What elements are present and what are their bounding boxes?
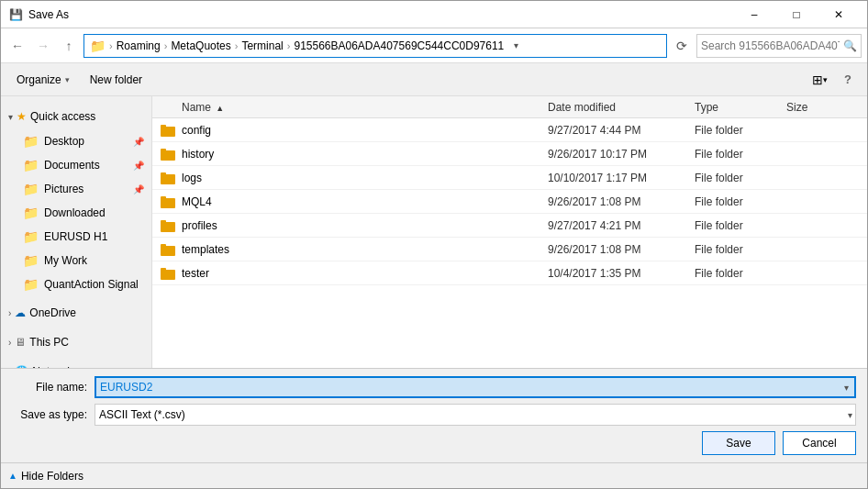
- forward-button[interactable]: →: [32, 35, 54, 57]
- table-row[interactable]: logs 10/10/2017 1:17 PM File folder: [152, 166, 867, 190]
- action-buttons-row: Save Cancel: [12, 431, 856, 455]
- maximize-button[interactable]: □: [775, 1, 818, 28]
- column-name[interactable]: Name ▲: [160, 101, 548, 114]
- file-modified-cell: 10/4/2017 1:35 PM: [548, 267, 695, 280]
- view-button[interactable]: ⊞ ▾: [807, 68, 832, 92]
- table-row[interactable]: history 9/26/2017 10:17 PM File folder: [152, 142, 867, 166]
- breadcrumb-roaming: Roaming: [117, 39, 161, 52]
- file-name-dropdown-button[interactable]: ▾: [836, 376, 856, 398]
- table-row[interactable]: templates 9/26/2017 1:08 PM File folder: [152, 238, 867, 261]
- sidebar-header-thispc[interactable]: › 🖥 This PC: [1, 329, 151, 355]
- file-folder-icon: [160, 170, 176, 186]
- save-as-type-select[interactable]: ASCII Text (*.csv)CSV (*.csv)All Files (…: [95, 404, 856, 426]
- new-folder-button[interactable]: New folder: [82, 68, 150, 92]
- file-list-header: Name ▲ Date modified Type Size: [152, 96, 867, 118]
- sidebar-header-onedrive[interactable]: › ☁ OneDrive: [1, 300, 151, 326]
- column-size-label: Size: [786, 101, 807, 114]
- search-box: 🔍: [696, 34, 862, 58]
- file-type-cell: File folder: [695, 267, 786, 280]
- desktop-pin-icon: 📌: [133, 137, 144, 147]
- sidebar-item-desktop[interactable]: 📁 Desktop 📌: [1, 129, 151, 153]
- breadcrumb-terminal: Terminal: [241, 39, 283, 52]
- sidebar-item-mywork[interactable]: 📁 My Work: [1, 249, 151, 272]
- desktop-folder-icon: 📁: [23, 134, 39, 149]
- new-folder-label: New folder: [90, 73, 142, 86]
- hide-folders-row[interactable]: ▲ Hide Folders: [1, 462, 867, 488]
- sidebar-header-quick-access[interactable]: ▾ ★ Quick access: [1, 104, 151, 129]
- file-modified-cell: 9/26/2017 1:08 PM: [548, 195, 695, 208]
- sidebar-item-label-mywork: My Work: [44, 254, 87, 267]
- close-button[interactable]: ✕: [818, 1, 860, 28]
- file-name-cell: profiles: [182, 219, 548, 232]
- file-name-cell: config: [182, 124, 548, 137]
- sidebar-item-quantaction[interactable]: 📁 QuantAction Signal: [1, 272, 151, 296]
- cancel-button[interactable]: Cancel: [783, 431, 856, 455]
- onedrive-cloud-icon: ☁: [15, 306, 26, 319]
- help-button[interactable]: ?: [836, 68, 860, 92]
- file-name-input-wrap: ▾: [95, 376, 856, 398]
- sidebar-item-documents[interactable]: 📁 Documents 📌: [1, 153, 151, 177]
- back-button[interactable]: ←: [6, 35, 28, 57]
- file-name-label: File name:: [12, 381, 95, 394]
- sidebar-item-downloaded[interactable]: 📁 Downloaded: [1, 201, 151, 225]
- address-breadcrumb[interactable]: 📁 › Roaming › MetaQuotes › Terminal › 91…: [83, 34, 667, 58]
- column-name-label: Name: [182, 101, 211, 114]
- view-chevron-icon: ▾: [823, 75, 828, 84]
- thispc-computer-icon: 🖥: [15, 336, 26, 349]
- breadcrumb-sep-3: ›: [235, 40, 239, 51]
- sidebar-header-network[interactable]: › 🌐 Network: [1, 359, 151, 368]
- svg-rect-11: [161, 244, 166, 248]
- sidebar: ▾ ★ Quick access 📁 Desktop 📌 📁 Documents…: [1, 96, 152, 368]
- table-row[interactable]: tester 10/4/2017 1:35 PM File folder: [152, 261, 867, 285]
- thispc-collapse-icon: ›: [8, 338, 11, 348]
- search-input[interactable]: [701, 39, 840, 52]
- file-type-cell: File folder: [695, 219, 786, 232]
- svg-rect-7: [161, 196, 166, 200]
- file-list-area: Name ▲ Date modified Type Size: [152, 96, 867, 368]
- pictures-pin-icon: 📌: [133, 184, 144, 194]
- address-bar: ← → ↑ 📁 › Roaming › MetaQuotes › Termina…: [1, 28, 867, 63]
- mywork-folder-icon: 📁: [23, 253, 39, 268]
- file-name-cell: history: [182, 148, 548, 161]
- file-type-cell: File folder: [695, 243, 786, 256]
- file-modified-cell: 10/10/2017 1:17 PM: [548, 172, 695, 184]
- svg-rect-3: [161, 149, 166, 152]
- title-bar: 💾 Save As – □ ✕: [1, 1, 867, 28]
- downloaded-folder-icon: 📁: [23, 206, 39, 220]
- file-name-input[interactable]: [95, 376, 856, 398]
- svg-rect-13: [161, 268, 166, 272]
- sidebar-item-label-documents: Documents: [44, 159, 100, 172]
- save-as-type-select-wrap: ASCII Text (*.csv)CSV (*.csv)All Files (…: [95, 404, 856, 426]
- bottom-area: File name: ▾ Save as type: ASCII Text (*…: [1, 368, 867, 462]
- table-row[interactable]: MQL4 9/26/2017 1:08 PM File folder: [152, 190, 867, 214]
- refresh-button[interactable]: ⟳: [671, 34, 693, 58]
- svg-rect-9: [161, 220, 166, 224]
- breadcrumb-folder-icon: 📁: [90, 39, 106, 53]
- sidebar-item-eurusd[interactable]: 📁 EURUSD H1: [1, 225, 151, 249]
- hide-folders-chevron-icon: ▲: [8, 471, 17, 481]
- table-row[interactable]: profiles 9/27/2017 4:21 PM File folder: [152, 214, 867, 238]
- up-button[interactable]: ↑: [58, 35, 80, 57]
- file-type-cell: File folder: [695, 124, 786, 137]
- file-type-cell: File folder: [695, 148, 786, 161]
- file-folder-icon: [160, 122, 176, 139]
- save-button[interactable]: Save: [702, 431, 775, 455]
- sidebar-section-quick-access: ▾ ★ Quick access 📁 Desktop 📌 📁 Documents…: [1, 104, 151, 296]
- column-size[interactable]: Size: [786, 101, 860, 114]
- organize-button[interactable]: Organize ▾: [8, 68, 78, 92]
- sidebar-item-label-onedrive: OneDrive: [29, 306, 76, 319]
- file-folder-icon: [160, 146, 176, 162]
- sidebar-section-thispc: › 🖥 This PC: [1, 329, 151, 355]
- file-modified-cell: 9/26/2017 1:08 PM: [548, 243, 695, 256]
- save-as-type-row: Save as type: ASCII Text (*.csv)CSV (*.c…: [12, 404, 856, 426]
- column-modified[interactable]: Date modified: [548, 101, 695, 114]
- file-folder-icon: [160, 265, 176, 282]
- column-type[interactable]: Type: [695, 101, 786, 114]
- quick-access-collapse-icon: ▾: [8, 112, 13, 122]
- minimize-button[interactable]: –: [733, 1, 775, 28]
- documents-folder-icon: 📁: [23, 158, 39, 172]
- breadcrumb-dropdown-button[interactable]: ▾: [507, 34, 524, 58]
- sidebar-item-pictures[interactable]: 📁 Pictures 📌: [1, 177, 151, 201]
- table-row[interactable]: config 9/27/2017 4:44 PM File folder: [152, 118, 867, 142]
- quick-access-star-icon: ★: [17, 110, 27, 123]
